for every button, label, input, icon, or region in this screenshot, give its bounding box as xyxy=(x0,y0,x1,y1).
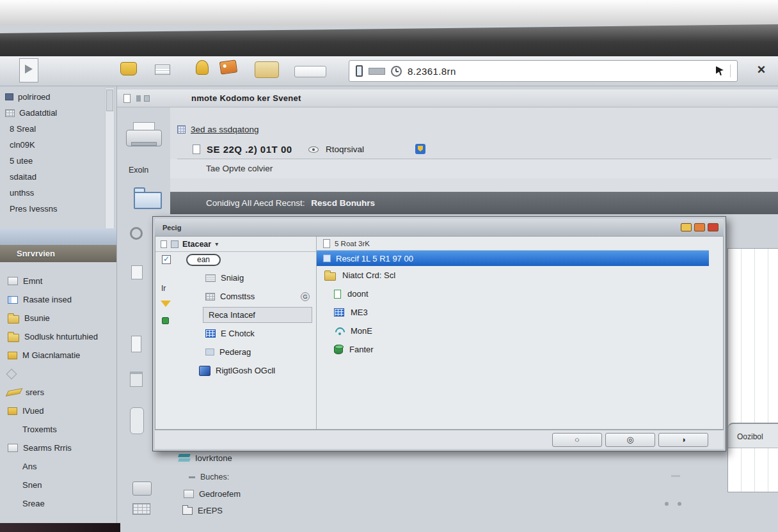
list-item[interactable]: E Chotck xyxy=(185,324,316,343)
sidebar-item-label: cln09K xyxy=(10,140,35,150)
page-icon xyxy=(161,240,167,248)
funnel-icon[interactable] xyxy=(161,301,171,307)
spreadsheet-icon xyxy=(177,125,186,134)
bottom-dark-strip xyxy=(0,523,120,532)
section-title[interactable]: 3ed as ssdqatong xyxy=(191,125,259,134)
box-icon[interactable] xyxy=(131,336,141,352)
sidebar-item[interactable]: Gadatdtial xyxy=(0,105,102,121)
sidebar-item-label: Pres Ivessns xyxy=(10,204,57,214)
list-item[interactable]: doont xyxy=(317,285,709,303)
selected-list-item[interactable]: Rescif 1L 5 R1 97 00 xyxy=(317,251,709,266)
record-row[interactable]: SE 22Q .2) 01T 00 Rtoqrsival xyxy=(177,140,772,159)
list-item[interactable]: Reca Intacef xyxy=(203,307,312,323)
clipboard-icon[interactable] xyxy=(130,372,143,387)
folder-icon[interactable] xyxy=(134,187,162,209)
sidebar-item[interactable]: Ans xyxy=(0,457,115,476)
list-item[interactable]: Comsttss G xyxy=(185,287,316,306)
close-button[interactable] xyxy=(708,223,718,231)
yellow-box-icon xyxy=(8,352,17,359)
sidebar-item[interactable] xyxy=(0,364,115,383)
list-item[interactable]: Niatct Crd: Scl xyxy=(317,266,709,285)
background-window-label[interactable]: Oozibol xyxy=(728,423,778,448)
panel-icon[interactable] xyxy=(130,407,144,434)
sidebar-item[interactable]: IVued xyxy=(0,402,115,420)
sidebar-item[interactable]: Snen xyxy=(0,476,115,494)
sidebar-item[interactable]: Sreae xyxy=(0,494,115,513)
sidebar-item[interactable]: Bsunie xyxy=(0,309,115,327)
address-input[interactable] xyxy=(408,66,710,77)
note-icon[interactable] xyxy=(255,61,279,78)
list-item[interactable]: Pederag xyxy=(185,343,316,361)
card-icon[interactable] xyxy=(155,65,170,75)
filter-input[interactable]: ean xyxy=(186,254,221,266)
footer-button-2[interactable]: ◎ xyxy=(605,433,655,447)
tag-icon[interactable] xyxy=(219,59,238,74)
sidebar-item-label: Troxemts xyxy=(22,425,57,434)
green-square-icon[interactable] xyxy=(162,317,169,324)
sidebar-item[interactable]: sdaitad xyxy=(0,169,102,185)
grid-icon xyxy=(5,109,15,117)
shield-icon[interactable] xyxy=(415,144,425,154)
mail-drum-icon[interactable] xyxy=(120,62,137,75)
footer-button-3[interactable]: ◑ xyxy=(658,433,708,447)
sidebar-scrollbar[interactable] xyxy=(105,88,115,232)
sidebar-item[interactable]: unthss xyxy=(0,185,102,201)
list-item[interactable]: Iovrkrtone xyxy=(179,453,232,463)
list-item[interactable]: Buches: xyxy=(189,473,229,481)
printer-icon[interactable] xyxy=(126,122,162,152)
sidebar-item[interactable]: Emnt xyxy=(0,272,115,290)
dialog-titlebar[interactable]: Pecig xyxy=(155,219,724,236)
sidebar-item[interactable]: 5 utee xyxy=(0,153,102,169)
chevron-down-icon: ▾ xyxy=(215,240,218,247)
dialog-title: Pecig xyxy=(155,224,681,231)
maximize-button[interactable] xyxy=(694,223,705,231)
sidebar-item[interactable]: M Giacnlamatie xyxy=(0,346,115,364)
sidebar-section-header[interactable]: Snrvrvien xyxy=(0,245,116,262)
sub-row: Tae Opvte colvier xyxy=(170,159,778,178)
layers-icon xyxy=(179,454,190,463)
box-icon[interactable] xyxy=(131,265,143,279)
close-icon[interactable]: × xyxy=(754,61,769,78)
sidebar-item-label: 5 utee xyxy=(10,156,33,166)
list-item-label: Comsttss xyxy=(220,292,255,301)
grid-icon[interactable] xyxy=(132,503,150,515)
sidebar-item[interactable]: cln09K xyxy=(0,137,102,153)
sidebar-item[interactable]: Rasate insed xyxy=(0,290,115,309)
left-pane-header[interactable]: Etacear ▾ xyxy=(155,237,316,252)
yellow-box-icon xyxy=(8,407,17,415)
hexagon-icon xyxy=(6,368,17,379)
list-item[interactable]: RigtlGosh OGcll xyxy=(185,361,316,380)
sidebar-item[interactable]: Sodlusk hnturtuhied xyxy=(0,327,115,346)
minimize-button[interactable] xyxy=(681,223,692,231)
list-item[interactable]: MonE xyxy=(317,322,709,340)
list-item-label: ErEPS xyxy=(198,506,223,515)
sidebar-item[interactable]: Pres Ivessns xyxy=(0,201,102,217)
ring-icon[interactable] xyxy=(130,227,143,240)
bell-icon[interactable] xyxy=(196,60,209,75)
sidebar-item[interactable]: polriroed xyxy=(0,89,102,105)
folder-body xyxy=(134,192,162,209)
right-pane-header-label: 5 Roat 3rK xyxy=(335,240,370,247)
checkbox-icon[interactable] xyxy=(162,255,171,264)
list-item[interactable]: Sniaig xyxy=(185,269,316,287)
blue-grid-icon xyxy=(334,308,344,317)
sidebar-item[interactable]: Searms Rrris xyxy=(0,439,115,457)
dialog-footer: ○ ◎ ◑ xyxy=(155,430,724,449)
sidebar-item[interactable]: 8 Sreal xyxy=(0,121,102,137)
list-item[interactable]: Fanter xyxy=(317,340,709,359)
right-pane-header[interactable]: 5 Roat 3rK xyxy=(317,237,709,251)
list-item[interactable]: Gedroefem xyxy=(184,489,241,499)
mini-button[interactable] xyxy=(294,66,326,77)
list-item[interactable]: ME3 xyxy=(317,303,709,322)
scrollbar-thumb[interactable] xyxy=(106,90,113,111)
lined-box-icon xyxy=(205,274,216,282)
divider xyxy=(730,65,731,77)
sidebar-item[interactable]: Troxemts xyxy=(0,420,115,439)
sidebar: polriroed Gadatdtial 8 Sreal cln09K 5 ut… xyxy=(0,86,116,523)
list-item[interactable]: ErEPS xyxy=(182,506,223,515)
address-bar[interactable] xyxy=(349,60,738,82)
footer-button-1[interactable]: ○ xyxy=(552,433,602,447)
printer-icon[interactable] xyxy=(132,481,152,496)
sidebar-item[interactable]: srers xyxy=(0,383,115,402)
board-flag-icon[interactable] xyxy=(19,58,38,82)
